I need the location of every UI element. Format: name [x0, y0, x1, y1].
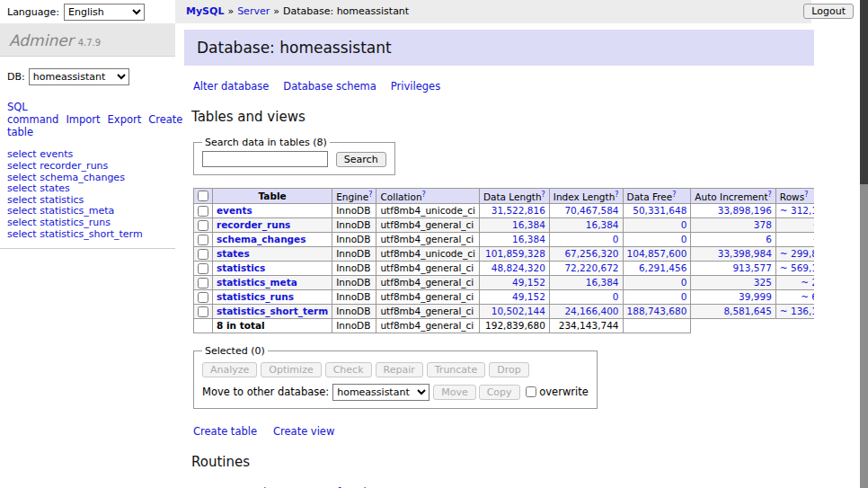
data-length-link[interactable]: 16,384 [512, 219, 545, 230]
sidebar-action-link[interactable]: Import [66, 113, 100, 126]
search-input[interactable] [202, 151, 328, 167]
bulk-check-button[interactable]: Check [325, 362, 372, 377]
data-length-link[interactable]: 10,502,144 [492, 306, 545, 316]
scrollbar[interactable] [860, 0, 868, 488]
data-length-link[interactable]: 101,859,328 [485, 248, 545, 259]
column-help-link[interactable]: ? [804, 191, 808, 202]
bulk-repair-button[interactable]: Repair [376, 362, 423, 377]
rows-link[interactable]: ~ 299,833 [780, 248, 814, 259]
select-table-link[interactable]: select schema_changes [7, 172, 125, 183]
data-free-link[interactable]: 0 [681, 219, 687, 230]
data-free-link[interactable]: 104,857,600 [627, 248, 687, 259]
table-name-cell: statistics_short_term [213, 304, 332, 318]
db-action-link[interactable]: Database schema [283, 80, 376, 93]
data-length-link[interactable]: 49,152 [512, 291, 545, 302]
data-length-link[interactable]: 48,824,320 [492, 262, 545, 273]
select-table-link[interactable]: select states [7, 182, 70, 194]
row-checkbox[interactable] [198, 249, 208, 260]
auto-increment-link[interactable]: 33,898,196 [718, 205, 772, 216]
table-name-link[interactable]: events [217, 205, 252, 216]
bulk-analyze-button[interactable]: Analyze [202, 362, 257, 377]
breadcrumb-server-link[interactable]: Server [237, 5, 270, 17]
rows-link[interactable]: ~ 628 [801, 291, 814, 302]
db-action-link[interactable]: Privileges [391, 80, 440, 93]
row-checkbox[interactable] [198, 278, 208, 288]
index-length-link[interactable]: 72,220,672 [564, 262, 618, 273]
auto-increment-link[interactable]: 378 [754, 219, 772, 230]
create-view-link[interactable]: Create view [273, 425, 334, 438]
select-all-checkbox[interactable] [198, 191, 208, 201]
table-name-link[interactable]: statistics [217, 262, 265, 273]
create-table-link[interactable]: Create table [193, 425, 257, 438]
data-length-link[interactable]: 49,152 [512, 277, 545, 288]
auto-increment-link[interactable]: 8,581,645 [723, 306, 771, 316]
select-table-link[interactable]: select events [7, 148, 73, 160]
rows-link[interactable]: ~ 3 [813, 234, 814, 244]
table-name-link[interactable]: states [217, 248, 250, 259]
data-length-link[interactable]: 16,384 [512, 234, 545, 244]
select-table-link[interactable]: select statistics_runs [7, 217, 111, 228]
rows-link[interactable]: ~ 312,180 [780, 205, 814, 216]
table-name-link[interactable]: statistics_meta [217, 277, 297, 288]
breadcrumb-mysql-link[interactable]: MySQL [186, 5, 224, 17]
table-name-link[interactable]: recorder_runs [217, 219, 290, 230]
sidebar-action-link[interactable]: Export [108, 113, 142, 126]
select-table-link[interactable]: select statistics_short_term [7, 228, 143, 240]
row-checkbox[interactable] [198, 235, 208, 245]
move-button[interactable]: Move [433, 385, 476, 400]
scrollbar-thumb[interactable] [860, 0, 868, 184]
copy-button[interactable]: Copy [479, 385, 520, 400]
data-free-link[interactable]: 6,291,456 [639, 262, 686, 273]
table-name-link[interactable]: statistics_runs [217, 291, 294, 302]
table-name-link[interactable]: schema_changes [217, 234, 306, 244]
row-checkbox[interactable] [198, 292, 208, 303]
select-table-link[interactable]: select recorder_runs [7, 160, 108, 172]
index-length-link[interactable]: 70,467,584 [564, 205, 618, 216]
index-length-link[interactable]: 24,166,400 [564, 306, 618, 316]
data-length-link[interactable]: 31,522,816 [492, 205, 545, 216]
column-help-link[interactable]: ? [672, 191, 676, 202]
auto-increment-link[interactable]: 913,577 [732, 262, 771, 273]
db-select[interactable]: homeassistant [29, 68, 129, 85]
column-help-link[interactable]: ? [542, 191, 545, 202]
auto-increment-link[interactable]: 6 [766, 234, 772, 244]
data-free-link[interactable]: 0 [681, 277, 687, 288]
data-free-link[interactable]: 0 [681, 234, 687, 244]
column-help-link[interactable]: ? [422, 191, 426, 202]
auto-increment-link[interactable]: 325 [754, 277, 772, 288]
column-help-link[interactable]: ? [368, 191, 372, 202]
search-button[interactable]: Search [336, 152, 386, 167]
bulk-optimize-button[interactable]: Optimize [261, 362, 321, 377]
data-free-link[interactable]: 0 [681, 291, 687, 302]
auto-increment-link[interactable]: 33,398,984 [718, 248, 772, 259]
db-action-link[interactable]: Alter database [193, 80, 269, 93]
rows-link[interactable]: ~ 136,108 [780, 306, 814, 316]
auto-increment-link[interactable]: 39,999 [739, 291, 772, 302]
select-table-link[interactable]: select statistics [7, 194, 84, 206]
index-length-link[interactable]: 16,384 [586, 277, 619, 288]
data-free-link[interactable]: 50,331,648 [633, 205, 686, 216]
language-select[interactable]: English [64, 4, 145, 21]
row-checkbox[interactable] [198, 220, 208, 231]
column-help-link[interactable]: ? [768, 191, 772, 202]
column-help-link[interactable]: ? [615, 191, 618, 202]
sidebar-action-link[interactable]: SQL command [7, 101, 58, 126]
bulk-drop-button[interactable]: Drop [489, 362, 528, 377]
rows-link[interactable]: ~ 5 [813, 219, 814, 230]
row-checkbox[interactable] [198, 206, 208, 217]
index-length-link[interactable]: 0 [613, 234, 619, 244]
data-free-link[interactable]: 188,743,680 [627, 306, 687, 316]
overwrite-checkbox[interactable] [526, 386, 536, 397]
select-table-link[interactable]: select statistics_meta [7, 205, 114, 217]
index-length-link[interactable]: 67,256,320 [564, 248, 618, 259]
index-length-link[interactable]: 16,384 [586, 219, 619, 230]
move-db-select[interactable]: homeassistant [332, 384, 430, 401]
table-name-link[interactable]: statistics_short_term [217, 306, 328, 316]
rows-link[interactable]: ~ 244 [801, 277, 814, 288]
index-length-link[interactable]: 0 [613, 291, 619, 302]
rows-link[interactable]: ~ 569,159 [780, 262, 814, 273]
row-checkbox[interactable] [198, 306, 208, 317]
row-checkbox[interactable] [198, 263, 208, 274]
bulk-truncate-button[interactable]: Truncate [427, 362, 485, 377]
logout-button[interactable]: Logout [803, 4, 854, 19]
